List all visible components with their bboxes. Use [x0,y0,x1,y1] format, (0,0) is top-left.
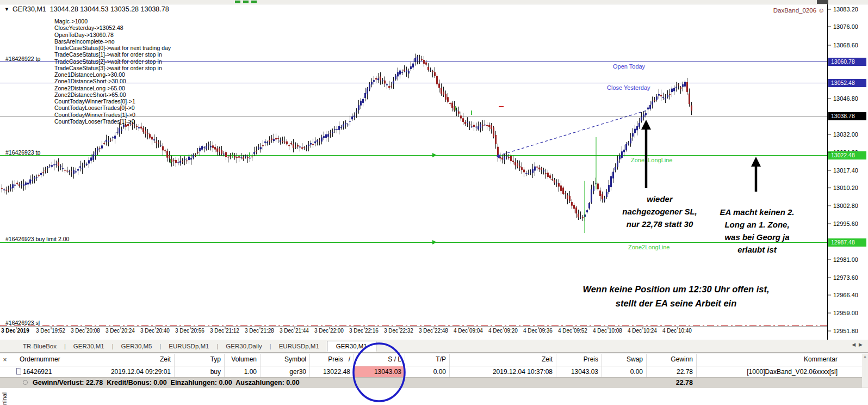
price-tick-label: 12959.00 [833,310,858,316]
price-tick-label: 13068.60 [833,42,858,48]
time-tick-label: 3 Dec 20:08 [71,328,100,334]
time-tick-label: 3 Dec 20:24 [106,328,135,334]
ea-info-line: Magic->1000 [54,18,88,24]
tab-ger30-m1[interactable]: GER30,M1 [327,341,376,352]
price-tick-label: 13046.80 [833,95,858,102]
time-tick-label: 3 Dec 20:56 [175,328,204,334]
price-tick-label: 12995.60 [833,220,858,227]
cell-kommentar: [1000]DaxBand_V02.06xxxx[sl] [664,366,838,377]
time-tick-label: 3 Dec 20:40 [140,328,170,334]
summary-status-icon [23,380,28,385]
order-line-label: #16426922 tp [5,56,40,62]
ea-info-line: TradeCaseStatus[2]->wait for order stop … [54,58,162,65]
chart-tab-bar: TR-BlueBox|GER30,M1|GER30,M5|EURUSDp,M1|… [0,340,868,353]
order-line-label: #16426923 sl [5,320,40,326]
time-tick-label: 4 Dec 09:52 [558,328,587,334]
price-tick-label: 13083.20 [833,6,858,13]
ea-name-label: DaxBand_0206 ☺ [773,7,824,14]
column-separator [224,354,225,377]
order-line-label: #16426923 buy limit 2.00 [5,236,69,242]
cell-tp: 0.00 [392,366,446,377]
ea-info-line: CloseYesterday->13052.48 [54,24,123,31]
price-tick-label: 13010.20 [833,185,858,191]
column-separator [646,354,647,377]
tab-ger30-daily[interactable]: GER30,Daily [218,341,269,351]
time-tick-label: 3 Dec 21:44 [280,328,309,334]
order-line-label: #16426923 tp [5,149,40,156]
time-tick-label: 4 Dec 10:08 [593,328,622,334]
price-badge: 13038.78 [828,112,866,120]
column-header-preis_open[interactable]: Preis / [296,353,350,366]
chart-title: ▼GER30,M1 13044.28 13044.53 13035.28 130… [4,5,169,13]
top-window-strip [0,0,868,4]
time-tick-label: 3 Dec 22:00 [314,328,344,334]
column-separator [602,354,602,377]
time-tick-label: 4 Dec 09:36 [523,328,553,334]
ea-info-line: CountTodayWinnerTrades[1]->0 [54,112,135,118]
price-tick-label: 12966.40 [833,292,858,298]
ea-info-line: Zone2DistanceLong->65.00 [54,85,125,91]
price-tick-label: 12973.60 [833,274,858,281]
price-badge: 13060.78 [828,58,866,66]
ea-info-line: CountTodayLooserTrades[1]->0 [54,118,135,125]
column-separator [865,354,865,377]
time-tick-label: 4 Dec 10:24 [628,328,657,334]
tab-eurusdp-m1[interactable]: EURUSDp,M1 [271,341,327,351]
column-separator [309,354,310,377]
time-tick-label: 3 Dec 2019 [1,328,29,334]
column-header-volumen[interactable]: Volumen [202,353,257,366]
ea-info-line: TradeCaseStatus[0]->wait for next tradin… [54,45,171,51]
ea-info-line: BarsAreIncomplete->no [54,38,115,45]
order-doc-icon [16,368,21,375]
terminal-close-button[interactable]: × [2,356,8,364]
price-tick-label: 12981.00 [833,256,858,263]
tab-scroll-left-icon[interactable]: ◀ [852,342,859,347]
cell-ordernummer: 16426921 [23,366,52,377]
column-separator [556,354,556,377]
tab-eurusdp-m1[interactable]: EURUSDp,M1 [161,341,216,351]
chart-dropdown-icon[interactable]: ▼ [4,7,9,12]
terminal-side-tab[interactable]: ninal [1,392,8,405]
time-tick-label: 3 Dec 21:12 [210,328,239,334]
time-tick-label: 3 Dec 22:32 [384,328,413,334]
zone1-long-line-label: Zone1LongLine [631,157,672,163]
price-tick-label: 13076.00 [833,23,858,30]
price-badge: 13052.48 [828,79,866,87]
time-tick-label: 4 Dec 10:40 [662,328,692,334]
column-separator [449,354,450,377]
price-badge: 13022.48 [828,151,866,159]
ea-info-line: CountTodayLooserTrades[0]->0 [54,105,135,111]
summary-gewinn-total: 22.78 [633,379,693,386]
tab-tr-bluebox[interactable]: TR-BlueBox [15,341,64,351]
price-tick-label: 13002.80 [833,202,858,209]
time-tick-label: 3 Dec 22:48 [419,328,448,334]
open-today-line-label: Open Today [613,63,645,70]
column-separator [354,354,354,377]
tab-scroll-arrows[interactable]: ◀▶ [852,342,866,347]
summary-text: Gewinn/Verlust: 22.78 Kredit/Bonus: 0.00… [33,379,300,386]
column-header-zeit_open[interactable]: Zeit [78,353,171,366]
time-tick-label: 4 Dec 09:04 [454,328,483,334]
ea-info-line: Zone1DistanceLong->30.00 [54,71,125,78]
ea-name-text: DaxBand_0206 [773,7,816,14]
ea-info-line: TradeCaseStatus[3]->wait for order stop … [54,65,162,71]
price-badge: 12987.48 [828,238,866,247]
column-header-tp[interactable]: T/P [392,353,446,366]
price-tick-label: 13017.40 [833,167,858,174]
column-separator [696,354,697,377]
smiley-icon: ☺ [818,7,824,14]
time-tick-label: 3 Dec 19:52 [36,328,65,334]
cell-preis_open: 13022.48 [296,366,350,377]
ea-info-line: OpenToDay->13060.78 [54,32,114,38]
ea-info-line: CountTodayWinnerTrades[0]->1 [54,98,135,105]
column-separator [260,354,261,377]
tab-ger30-m1[interactable]: GER30,M1 [66,341,112,351]
tab-ger30-m5[interactable]: GER30,M5 [114,341,160,351]
annotation-text-3: Wenn keine Position um 12:30 Uhr offen i… [535,282,817,310]
column-header-kommentar[interactable]: Kommentar [664,353,838,366]
tab-scroll-right-icon[interactable]: ▶ [859,342,866,347]
time-tick-label: 3 Dec 22:16 [349,328,379,334]
price-tick-label: 13032.00 [833,131,858,138]
column-header-ordernummer[interactable]: Ordernummer [20,353,60,366]
ea-info-line: Zone1DistanceShort->30.00 [54,78,126,84]
